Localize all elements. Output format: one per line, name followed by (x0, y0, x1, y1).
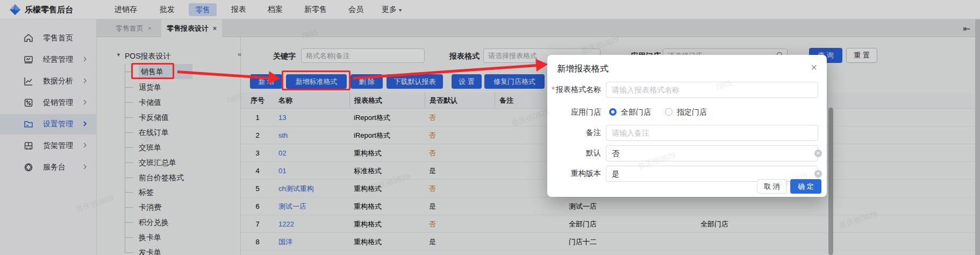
close-icon[interactable]: × (148, 25, 152, 32)
tree-item-shift-summary[interactable]: 交班汇总单 (139, 155, 230, 170)
nav-item-new-retail[interactable]: 新零售 (304, 5, 327, 15)
reset-button[interactable]: 重 置 (846, 48, 877, 63)
tree-root-node[interactable]: POS报表设计 (125, 52, 171, 61)
tree-item-card-consume[interactable]: 卡消费 (139, 200, 230, 215)
default-select[interactable]: 否 (606, 145, 818, 161)
modal-title: 新增报表格式 (557, 63, 609, 75)
rebuild-version-label: 重构版本 (547, 169, 601, 179)
clear-icon[interactable]: ✕ (814, 170, 822, 178)
nav-item-more[interactable]: 更多 ▾ (382, 5, 402, 15)
tree-item-sales[interactable]: 销售单 (139, 64, 192, 79)
required-asterisk: * (552, 85, 555, 94)
tree-item-points[interactable]: 积分兑换 (139, 215, 230, 230)
col-name: 名称 (274, 93, 349, 108)
close-icon[interactable]: × (213, 25, 217, 32)
confirm-button[interactable]: 确 定 (790, 179, 821, 194)
keyword-label: 关键字 (273, 52, 296, 61)
sidebar-item-shelf[interactable]: 货架管理 (0, 136, 97, 156)
add-button[interactable]: 新 增 (250, 74, 282, 89)
caret-down-icon[interactable]: ▼ (116, 52, 121, 58)
nav-item-members[interactable]: 会员 (348, 5, 363, 15)
keyword-input[interactable] (301, 48, 425, 63)
table-row[interactable]: 8 国洋 重构格式 是 门店十二 (241, 233, 980, 251)
tree-connector (125, 64, 125, 252)
table-row[interactable]: 7 1222 重构格式 否 全部门店 全部门店 (241, 215, 980, 233)
row-name-link[interactable]: 01 (274, 162, 349, 179)
tree-item-label[interactable]: 标签 (139, 185, 230, 200)
delete-button[interactable]: 删 除 (350, 74, 383, 89)
nav-item-archives[interactable]: 档案 (268, 5, 283, 15)
add-report-format-modal: 新增报表格式 × *报表格式名称 应用门店 全部门店 指定门店 备注 默认 否 … (547, 55, 827, 197)
sidebar-item-analytics[interactable]: 数据分析 (0, 71, 97, 91)
col-seq: 序号 (241, 93, 274, 108)
chevron-right-icon (82, 164, 88, 170)
tree-item-price-tag[interactable]: 前台价签格式 (139, 170, 230, 185)
chevron-right-icon (82, 121, 88, 127)
tree-item-shift[interactable]: 交班单 (139, 140, 230, 155)
tree-item-return[interactable]: 退货单 (139, 80, 230, 95)
sidebar-collapse-icon[interactable]: ⇤ (963, 24, 970, 34)
chevron-right-icon (82, 77, 88, 84)
nav-item-reports[interactable]: 报表 (231, 5, 246, 15)
tab-report-design[interactable]: 零售报表设计× (161, 19, 222, 37)
radio-all-stores-label[interactable]: 全部门店 (621, 108, 651, 117)
tree-item-card-stored[interactable]: 卡储值 (139, 95, 230, 110)
remark-input[interactable] (606, 125, 818, 141)
chart-icon (24, 76, 33, 86)
chevron-down-icon: ▾ (399, 7, 402, 13)
settings-button[interactable]: 设 置 (452, 74, 482, 89)
col-format: 报表格式 (349, 93, 425, 108)
sidebar: 零售首页 经营管理 数据分析 促销管理 设置管理 货架管理 服务台 (0, 19, 97, 255)
tab-strip: 零售首页× 零售报表设计× (97, 19, 980, 37)
download-default-report-button[interactable]: 下载默认报表 (387, 74, 443, 89)
sidebar-item-promotion[interactable]: 促销管理 (0, 93, 97, 113)
page-scrollbar[interactable] (975, 19, 980, 255)
clear-icon[interactable]: ✕ (814, 150, 822, 157)
row-name-link[interactable]: 测试一店 (274, 197, 349, 215)
sidebar-item-business[interactable]: 经营管理 (0, 49, 97, 70)
nav-item-retail-active[interactable]: 零售 (189, 3, 217, 16)
nav-item-wholesale[interactable]: 批发 (160, 5, 175, 15)
row-name-link[interactable]: 1222 (274, 215, 349, 232)
row-name-link[interactable]: ch测试重构 (274, 180, 349, 197)
table-scrollbar[interactable] (828, 108, 833, 255)
row-name-link[interactable]: 13 (274, 109, 349, 126)
shelf-icon (24, 141, 33, 151)
format-name-input[interactable] (606, 82, 818, 98)
row-name-link[interactable]: sth (274, 126, 349, 144)
top-navbar: 乐檬零售后台 进销存 批发 零售 报表 档案 新零售 会员 更多 ▾ (0, 0, 980, 19)
nav-item-purchase[interactable]: 进销存 (115, 5, 137, 15)
home-icon (24, 33, 33, 43)
row-name-link[interactable]: 国洋 (274, 233, 349, 250)
default-label: 默认 (547, 148, 601, 158)
row-name-link[interactable]: 02 (274, 144, 349, 161)
app-title: 乐檬零售后台 (25, 5, 73, 15)
tree-item-card-change[interactable]: 换卡单 (139, 230, 230, 245)
sidebar-item-home[interactable]: 零售首页 (0, 28, 97, 48)
apply-store-label: 应用门店 (547, 108, 601, 117)
cancel-button[interactable]: 取 消 (757, 179, 787, 194)
sidebar-item-service-desk[interactable]: 服务台 (0, 157, 97, 178)
sidebar-item-settings[interactable]: 设置管理 (0, 114, 97, 134)
panel-collapse-icon[interactable]: « (238, 50, 241, 58)
format-name-label: *报表格式名称 (547, 85, 601, 95)
close-icon[interactable]: × (811, 61, 817, 74)
tab-retail-home[interactable]: 零售首页× (110, 19, 157, 37)
table-row[interactable]: 6 测试一店 重构格式 是 测试一店 (241, 197, 980, 215)
radio-specific-stores[interactable] (665, 108, 673, 116)
remark-label: 备注 (547, 128, 601, 138)
tree-panel: ▼ POS报表设计 销售单 退货单 卡储值 卡反储值 在线订单 交班单 交班汇总… (97, 37, 241, 255)
add-standard-format-button[interactable]: 新增标准格式 (286, 74, 347, 89)
radio-all-stores[interactable] (609, 108, 617, 116)
app-logo-icon (10, 4, 20, 15)
tree-item-online-order[interactable]: 在线订单 (139, 125, 230, 140)
format-label: 报表格式 (449, 52, 480, 61)
radio-specific-stores-label[interactable]: 指定门店 (677, 108, 707, 117)
repair-store-format-button[interactable]: 修复门店格式 (484, 74, 545, 89)
chevron-right-icon (82, 56, 88, 62)
main-content: ▼ POS报表设计 销售单 退货单 卡储值 卡反储值 在线订单 交班单 交班汇总… (97, 37, 980, 255)
tree-item-card-issue[interactable]: 发卡单 (139, 245, 230, 255)
monitor-icon (24, 55, 33, 65)
tree-item-card-reverse[interactable]: 卡反储值 (139, 110, 230, 125)
chevron-right-icon (82, 142, 88, 148)
